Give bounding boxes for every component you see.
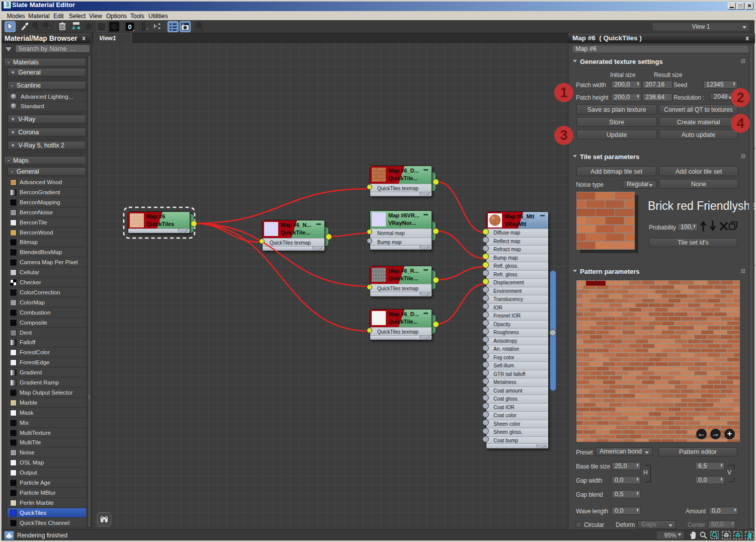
svg-text:0: 0 <box>128 23 131 31</box>
